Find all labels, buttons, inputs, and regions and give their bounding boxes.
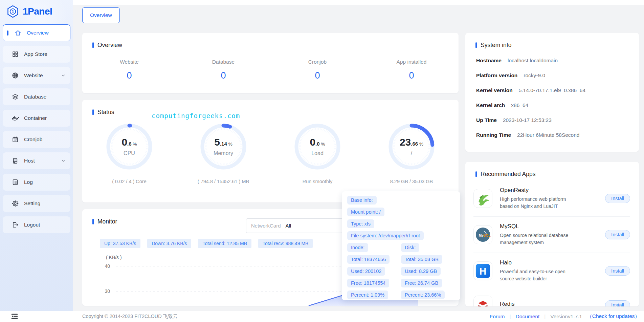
install-button[interactable]: Install bbox=[605, 230, 630, 239]
sidebar-item-label: Overview bbox=[27, 30, 65, 36]
footer-links: Forum | Document | Versionv1.7.1 （Check … bbox=[490, 313, 640, 320]
sidebar-item-label: Website bbox=[24, 72, 56, 79]
app-row-openresty: OpenRestyHigh performance web platform b… bbox=[473, 180, 630, 217]
apps-list: OpenRestyHigh performance web platform b… bbox=[465, 178, 639, 306]
system-info-row-running-time: Running Time22Hour 6Minute 58Second bbox=[476, 132, 639, 138]
sidebar-item-label: Log bbox=[24, 179, 66, 185]
calendar-icon bbox=[12, 136, 19, 143]
sidebar-item-host[interactable]: Host bbox=[3, 152, 70, 169]
forum-link[interactable]: Forum bbox=[490, 314, 505, 320]
gauge-value: 23.66% bbox=[400, 137, 423, 147]
sidebar-item-label: Container bbox=[24, 115, 66, 121]
tooltip-pill: Disk: bbox=[401, 243, 419, 252]
chevron-down-icon bbox=[61, 73, 66, 78]
mysql-app-icon: MySQL bbox=[473, 225, 492, 244]
chevron-down-icon bbox=[61, 158, 66, 163]
gauge-subtext: Run smoothly bbox=[303, 179, 333, 184]
overview-stat-cronjob: Cronjob0 bbox=[270, 59, 364, 81]
title-marker bbox=[92, 219, 94, 224]
sidebar: 1 1Panel OverviewApp StoreWebsiteDatabas… bbox=[0, 0, 73, 311]
network-card-select-value: All bbox=[286, 223, 291, 229]
sidebar-item-website[interactable]: Website bbox=[3, 67, 70, 84]
overview-stats: Website0Database0Cronjob0App installed0 bbox=[82, 59, 459, 81]
document-link[interactable]: Document bbox=[516, 314, 540, 320]
globe-icon bbox=[12, 72, 19, 79]
openresty-app-icon bbox=[473, 189, 492, 208]
system-info-title: System info bbox=[481, 42, 511, 49]
overview-card-title: Overview bbox=[97, 42, 122, 49]
install-button[interactable]: Install bbox=[605, 266, 630, 276]
main-area: Overview Overview Website0Database0Cronj… bbox=[73, 0, 644, 311]
traffic-stat-pill: Total send: 12.85 MB bbox=[198, 239, 251, 248]
sidebar-item-cronjob[interactable]: Cronjob bbox=[3, 131, 70, 148]
sidebar-item-database[interactable]: Database bbox=[3, 88, 70, 105]
gauge-value: 5.14% bbox=[214, 137, 232, 147]
gauge--: 23.66%/8.29 GB / 35.03 GB bbox=[364, 121, 459, 184]
sidebar-item-setting[interactable]: Setting bbox=[3, 195, 70, 212]
sidebar-item-label: Host bbox=[24, 158, 56, 164]
tooltip-pill: Type: xfs bbox=[347, 219, 374, 228]
svg-text:1: 1 bbox=[12, 9, 14, 14]
monitor-stat-pills: Up: 37.53 KB/sDown: 3.76 KB/sTotal send:… bbox=[100, 239, 313, 248]
sidebar-item-label: App Store bbox=[24, 51, 66, 57]
stat-value[interactable]: 0 bbox=[176, 70, 270, 81]
sidebar-item-label: Cronjob bbox=[24, 136, 66, 143]
copyright-text: Copyright © 2014-2023 FIT2CLOUD 飞致云 bbox=[82, 313, 178, 320]
disk-info-tooltip: Base info:Mount point: /Type: xfsFile sy… bbox=[342, 191, 460, 300]
sidebar-item-overview[interactable]: Overview bbox=[3, 24, 70, 41]
inode-column: Inode:Total: 18374656Used: 200102Free: 1… bbox=[347, 243, 401, 302]
info-value: x86_64 bbox=[511, 102, 528, 108]
stat-label: Website bbox=[82, 59, 176, 65]
gauge-label: Memory bbox=[214, 150, 233, 156]
divider: | bbox=[544, 314, 546, 320]
install-button[interactable]: Install bbox=[605, 194, 630, 203]
stat-value[interactable]: 0 bbox=[82, 70, 176, 81]
gauge-subtext: 8.29 GB / 35.03 GB bbox=[390, 179, 433, 184]
title-marker bbox=[475, 42, 477, 48]
app-row-mysql: MySQLMySQLOpen source relational databas… bbox=[473, 217, 630, 253]
tooltip-pill: Total: 18374656 bbox=[347, 255, 390, 264]
stat-label: App installed bbox=[364, 59, 459, 65]
home-icon bbox=[14, 29, 22, 37]
tooltip-pill: Free: 18174554 bbox=[347, 279, 389, 287]
traffic-stat-pill: Down: 3.76 KB/s bbox=[147, 239, 191, 248]
watermark-text: computingforgeeks.com bbox=[152, 112, 240, 120]
sidebar-item-log[interactable]: Log bbox=[3, 174, 70, 191]
gauge-memory: 5.14%Memory( 794.8 / 15452.61 ) MB bbox=[176, 121, 270, 184]
info-value: localhost.localdomain bbox=[508, 58, 558, 64]
svg-text:H: H bbox=[480, 266, 487, 277]
tooltip-pill: Mount point: / bbox=[347, 208, 384, 216]
gauge-subtext: ( 0.02 / 4 ) Core bbox=[112, 179, 147, 184]
divider: | bbox=[510, 314, 511, 320]
app-row-redis: RedisInstall bbox=[473, 289, 630, 306]
traffic-stat-pill: Up: 37.53 KB/s bbox=[100, 239, 140, 248]
network-card-select[interactable]: NetworkCard All bbox=[246, 218, 343, 233]
tab-overview[interactable]: Overview bbox=[82, 7, 120, 23]
sidebar-item-container[interactable]: Container bbox=[3, 110, 70, 127]
app-name: Redis bbox=[500, 301, 598, 306]
recommended-apps-title: Recommended Apps bbox=[481, 171, 535, 178]
title-marker bbox=[92, 42, 94, 48]
overview-stat-database: Database0 bbox=[176, 59, 270, 81]
gauge-cpu: 0.6%CPU( 0.02 / 4 ) Core bbox=[82, 121, 176, 184]
stat-value[interactable]: 0 bbox=[364, 70, 459, 81]
tooltip-pill: Used: 200102 bbox=[347, 267, 385, 276]
install-button[interactable]: Install bbox=[605, 300, 630, 306]
svg-text:( KB/s ): ( KB/s ) bbox=[106, 255, 122, 260]
status-card-title: Status bbox=[97, 109, 114, 116]
system-info-row-kernel-arch: Kernel archx86_64 bbox=[476, 102, 639, 108]
gauge-label: / bbox=[411, 150, 412, 156]
sidebar-item-app-store[interactable]: App Store bbox=[3, 46, 70, 63]
stat-value[interactable]: 0 bbox=[270, 70, 364, 81]
brand-logo[interactable]: 1 1Panel bbox=[0, 0, 73, 20]
redis-app-icon bbox=[473, 296, 492, 306]
footer: Copyright © 2014-2023 FIT2CLOUD 飞致云 Foru… bbox=[0, 311, 644, 322]
sidebar-item-logout[interactable]: Logout bbox=[3, 216, 70, 233]
overview-card: Overview Website0Database0Cronjob0App in… bbox=[82, 33, 459, 93]
1panel-logo-icon: 1 bbox=[6, 5, 20, 18]
logout-icon bbox=[12, 221, 19, 229]
sidebar-item-label: Setting bbox=[24, 200, 66, 207]
check-updates-link[interactable]: （Check for updates） bbox=[587, 313, 640, 320]
sidebar-collapse-button[interactable] bbox=[10, 312, 20, 321]
stat-label: Database bbox=[176, 59, 270, 65]
